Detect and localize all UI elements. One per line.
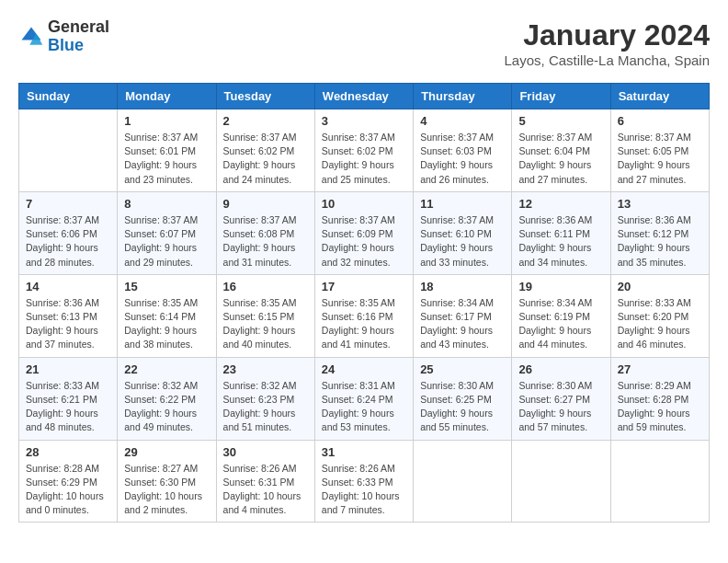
day-info: Sunrise: 8:37 AMSunset: 6:05 PMDaylight:… [618, 131, 702, 187]
day-number: 5 [518, 114, 603, 128]
day-info: Sunrise: 8:37 AMSunset: 6:02 PMDaylight:… [322, 131, 406, 187]
day-number: 17 [322, 280, 406, 293]
weekday-header-thursday: Thursday [414, 84, 512, 109]
day-number: 31 [322, 445, 406, 459]
calendar-cell: 10Sunrise: 8:37 AMSunset: 6:09 PMDayligh… [314, 191, 413, 274]
day-info: Sunrise: 8:28 AMSunset: 6:29 PMDaylight:… [26, 462, 110, 518]
calendar-cell: 20Sunrise: 8:33 AMSunset: 6:20 PMDayligh… [610, 274, 709, 357]
day-number: 21 [26, 362, 110, 376]
day-number: 10 [322, 197, 406, 211]
calendar-cell: 6Sunrise: 8:37 AMSunset: 6:05 PMDaylight… [610, 109, 709, 192]
day-number: 2 [223, 114, 308, 128]
day-info: Sunrise: 8:30 AMSunset: 6:25 PMDaylight:… [420, 379, 505, 435]
day-info: Sunrise: 8:36 AMSunset: 6:11 PMDaylight:… [518, 213, 603, 270]
calendar-week-row: 21Sunrise: 8:33 AMSunset: 6:21 PMDayligh… [19, 357, 710, 440]
day-info: Sunrise: 8:36 AMSunset: 6:12 PMDaylight:… [618, 213, 702, 270]
day-info: Sunrise: 8:35 AMSunset: 6:14 PMDaylight:… [124, 296, 209, 352]
day-number: 26 [518, 362, 603, 376]
calendar-cell: 28Sunrise: 8:28 AMSunset: 6:29 PMDayligh… [19, 440, 118, 523]
calendar-cell: 15Sunrise: 8:35 AMSunset: 6:14 PMDayligh… [118, 274, 216, 357]
logo-text: General Blue [48, 18, 109, 55]
day-info: Sunrise: 8:29 AMSunset: 6:28 PMDaylight:… [618, 379, 702, 435]
calendar-cell: 12Sunrise: 8:36 AMSunset: 6:11 PMDayligh… [512, 191, 610, 274]
day-info: Sunrise: 8:36 AMSunset: 6:13 PMDaylight:… [26, 296, 110, 352]
calendar-cell: 4Sunrise: 8:37 AMSunset: 6:03 PMDaylight… [414, 109, 512, 192]
day-number: 7 [26, 197, 110, 211]
day-info: Sunrise: 8:37 AMSunset: 6:01 PMDaylight:… [124, 131, 209, 187]
day-number: 23 [223, 362, 308, 376]
day-info: Sunrise: 8:37 AMSunset: 6:06 PMDaylight:… [26, 213, 110, 270]
day-info: Sunrise: 8:37 AMSunset: 6:03 PMDaylight:… [420, 131, 505, 187]
calendar-week-row: 7Sunrise: 8:37 AMSunset: 6:06 PMDaylight… [19, 191, 710, 274]
day-number: 3 [322, 114, 406, 128]
title-block: January 2024 Layos, Castille-La Mancha, … [505, 18, 710, 68]
day-number: 4 [420, 114, 505, 128]
day-number: 15 [124, 280, 209, 293]
day-number: 24 [322, 362, 406, 376]
day-number: 1 [124, 114, 209, 128]
calendar-cell: 26Sunrise: 8:30 AMSunset: 6:27 PMDayligh… [512, 357, 610, 440]
calendar-cell [610, 440, 709, 523]
weekday-header-sunday: Sunday [19, 84, 118, 109]
calendar-cell: 16Sunrise: 8:35 AMSunset: 6:15 PMDayligh… [216, 274, 314, 357]
day-number: 18 [420, 280, 505, 293]
day-number: 27 [618, 362, 702, 376]
day-info: Sunrise: 8:26 AMSunset: 6:33 PMDaylight:… [322, 462, 406, 518]
day-info: Sunrise: 8:33 AMSunset: 6:20 PMDaylight:… [618, 296, 702, 352]
day-number: 25 [420, 362, 505, 376]
calendar-week-row: 14Sunrise: 8:36 AMSunset: 6:13 PMDayligh… [19, 274, 710, 357]
calendar-cell: 14Sunrise: 8:36 AMSunset: 6:13 PMDayligh… [19, 274, 118, 357]
logo-icon [18, 24, 44, 50]
calendar-cell: 24Sunrise: 8:31 AMSunset: 6:24 PMDayligh… [314, 357, 413, 440]
day-info: Sunrise: 8:26 AMSunset: 6:31 PMDaylight:… [223, 462, 308, 518]
calendar-cell [19, 109, 118, 192]
day-number: 11 [420, 197, 505, 211]
day-info: Sunrise: 8:35 AMSunset: 6:16 PMDaylight:… [322, 296, 406, 352]
weekday-header-saturday: Saturday [610, 84, 709, 109]
day-number: 19 [518, 280, 603, 293]
logo: General Blue [18, 18, 109, 55]
calendar-cell: 31Sunrise: 8:26 AMSunset: 6:33 PMDayligh… [314, 440, 413, 523]
calendar-week-row: 28Sunrise: 8:28 AMSunset: 6:29 PMDayligh… [19, 440, 710, 523]
day-info: Sunrise: 8:35 AMSunset: 6:15 PMDaylight:… [223, 296, 308, 352]
calendar-cell: 25Sunrise: 8:30 AMSunset: 6:25 PMDayligh… [414, 357, 512, 440]
calendar-cell: 17Sunrise: 8:35 AMSunset: 6:16 PMDayligh… [314, 274, 413, 357]
calendar-cell: 2Sunrise: 8:37 AMSunset: 6:02 PMDaylight… [216, 109, 314, 192]
day-info: Sunrise: 8:37 AMSunset: 6:08 PMDaylight:… [223, 213, 308, 270]
day-number: 9 [223, 197, 308, 211]
day-info: Sunrise: 8:37 AMSunset: 6:04 PMDaylight:… [518, 131, 603, 187]
day-info: Sunrise: 8:31 AMSunset: 6:24 PMDaylight:… [322, 379, 406, 435]
calendar-cell: 29Sunrise: 8:27 AMSunset: 6:30 PMDayligh… [118, 440, 216, 523]
day-info: Sunrise: 8:27 AMSunset: 6:30 PMDaylight:… [124, 462, 209, 518]
calendar-cell: 11Sunrise: 8:37 AMSunset: 6:10 PMDayligh… [414, 191, 512, 274]
location: Layos, Castille-La Mancha, Spain [505, 52, 710, 68]
day-info: Sunrise: 8:30 AMSunset: 6:27 PMDaylight:… [518, 379, 603, 435]
day-number: 22 [124, 362, 209, 376]
calendar-cell: 23Sunrise: 8:32 AMSunset: 6:23 PMDayligh… [216, 357, 314, 440]
day-info: Sunrise: 8:32 AMSunset: 6:22 PMDaylight:… [124, 379, 209, 435]
calendar-cell: 30Sunrise: 8:26 AMSunset: 6:31 PMDayligh… [216, 440, 314, 523]
logo-general: General [48, 17, 109, 36]
day-info: Sunrise: 8:37 AMSunset: 6:10 PMDaylight:… [420, 213, 505, 270]
weekday-header-monday: Monday [118, 84, 216, 109]
day-number: 13 [618, 197, 702, 211]
day-number: 12 [518, 197, 603, 211]
day-number: 30 [223, 445, 308, 459]
month-year: January 2024 [505, 18, 710, 52]
day-number: 14 [26, 280, 110, 293]
logo-blue: Blue [48, 36, 84, 54]
calendar-cell: 27Sunrise: 8:29 AMSunset: 6:28 PMDayligh… [610, 357, 709, 440]
day-number: 6 [618, 114, 702, 128]
calendar-cell: 5Sunrise: 8:37 AMSunset: 6:04 PMDaylight… [512, 109, 610, 192]
calendar-table: SundayMondayTuesdayWednesdayThursdayFrid… [18, 83, 710, 523]
day-number: 29 [124, 445, 209, 459]
day-info: Sunrise: 8:34 AMSunset: 6:19 PMDaylight:… [518, 296, 603, 352]
day-info: Sunrise: 8:32 AMSunset: 6:23 PMDaylight:… [223, 379, 308, 435]
calendar-cell [414, 440, 512, 523]
day-number: 16 [223, 280, 308, 293]
weekday-header-friday: Friday [512, 84, 610, 109]
calendar-cell: 3Sunrise: 8:37 AMSunset: 6:02 PMDaylight… [314, 109, 413, 192]
day-info: Sunrise: 8:37 AMSunset: 6:09 PMDaylight:… [322, 213, 406, 270]
calendar-cell: 9Sunrise: 8:37 AMSunset: 6:08 PMDaylight… [216, 191, 314, 274]
page-header: General Blue January 2024 Layos, Castill… [18, 18, 710, 68]
